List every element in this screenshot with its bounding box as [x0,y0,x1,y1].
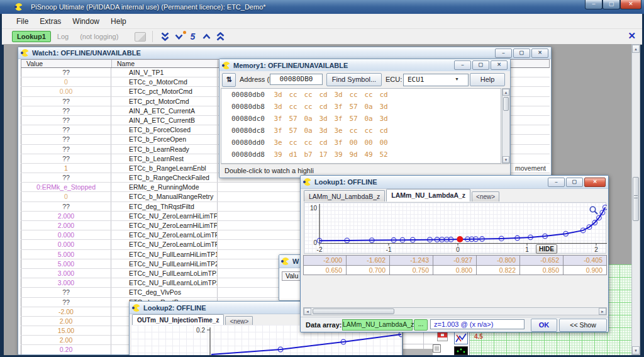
watch-value-cell[interactable]: 0.000 [21,230,111,239]
hex-byte[interactable]: 3f [331,113,346,125]
lookup-table-cell[interactable]: -2.000 [303,255,347,265]
hex-byte[interactable]: b7 [301,149,316,161]
hex-byte[interactable]: 3d [376,101,391,113]
lookup1-minimize-icon[interactable]: – [548,178,565,187]
watch-value-cell[interactable]: 3.000 [21,278,111,287]
watch-name-cell[interactable]: ERMc_e_RunningMode [111,183,218,191]
hex-byte[interactable]: cc [346,89,361,101]
hex-byte[interactable]: cd [316,101,331,113]
hex-byte[interactable]: 3d [316,125,331,137]
menu-window[interactable]: Window [67,15,105,28]
hide-button[interactable]: HIDE [536,244,557,254]
memory1-hex-dump[interactable]: 00080db03dcccccd3dcccccd00080db83dcccccd… [221,88,501,164]
watch-name-cell[interactable]: ETCc_o_MotorCmd [111,77,218,86]
hex-byte[interactable]: 9d [346,149,361,161]
hex-byte[interactable]: 49 [361,149,376,161]
watch-value-cell[interactable]: 0.000 [21,240,111,249]
watch-name-cell[interactable]: ETCc_NU_ZeroLearnLoLimTP1 [111,230,218,239]
hex-byte[interactable]: 57 [286,125,301,137]
hex-byte[interactable]: cc [346,125,361,137]
scroll-down-icon[interactable]: ▼ [632,346,640,354]
hex-byte[interactable]: cc [286,89,301,101]
lookup-table-cell[interactable]: 0.822 [477,265,520,275]
find-symbol-button[interactable]: Find Symbol... [326,73,382,86]
hex-byte[interactable]: 3f [270,113,286,125]
watch-value-cell[interactable]: 0.20 [21,345,111,354]
lookup-table-cell[interactable]: 0.700 [347,265,390,275]
watch-value-cell[interactable]: ?? [21,135,111,144]
watch-name-cell[interactable]: ETCc_NU_FullLearnLoLimTP1 [111,269,218,278]
hex-byte[interactable]: 39 [331,149,346,161]
watch-value-cell[interactable]: ?? [21,106,111,115]
lookup-table-cell[interactable]: -1.602 [347,255,390,265]
watch-name-cell[interactable]: AIN_V_TP1 [111,68,218,77]
help-button[interactable]: Help [470,73,505,86]
watch-name-cell[interactable]: ETC_b_LearnReady [111,145,218,154]
mdi-vscrollbar[interactable]: ▲ ▼ [631,44,640,355]
watch-value-cell[interactable]: ?? [21,154,111,163]
lookup-table-cell[interactable]: -0.405 [564,255,607,265]
memory1-maximize-icon[interactable]: ▢ [472,60,489,70]
hex-byte[interactable]: cc [286,101,301,113]
hex-row[interactable]: 00080dd03ecccccd3f000000 [221,137,501,149]
watch-value-cell[interactable]: 5.000 [21,259,111,268]
chevron-double-up-icon[interactable] [214,31,226,42]
hex-byte[interactable]: cc [361,125,376,137]
step-5-icon[interactable]: 5 [186,31,199,42]
hex-byte[interactable]: 3e [331,125,346,137]
hex-byte[interactable]: 3f [331,101,346,113]
hex-byte[interactable]: 3e [270,137,286,149]
watch-value-cell[interactable]: ?? [21,125,111,134]
clipboard-icon[interactable]: ⇅ [222,73,236,87]
watch-name-cell[interactable]: AIN_A_ETC_CurrentB [111,116,218,125]
magnifier-icon[interactable] [589,205,599,215]
watch-name-cell[interactable]: ETCc_pct_MotorCmd [111,87,218,96]
close-panel-icon[interactable]: ✕ [628,30,636,42]
watch-value-cell[interactable]: ?? [21,68,111,77]
watch-name-cell[interactable]: ETCc_NU_ZeroLearnLoLimTP2 [111,240,218,249]
data-array-field[interactable]: LAMm_NU_LambdaA_z [342,319,413,331]
hex-byte[interactable]: 3d [331,89,346,101]
watch-name-cell[interactable]: ETCc_NU_ZeroLearnHiLimTP1 [111,212,218,220]
watch-name-cell[interactable]: ETCc_b_ManualRangeRetry [111,192,218,201]
watch-value-cell[interactable]: 0:ERMk_e_Stopped [21,183,111,191]
watch-name-cell[interactable]: ETC_deg_VlvPos [111,288,218,297]
hex-byte[interactable]: 00 [376,137,391,149]
watch-value-cell[interactable]: 2.00 [21,336,111,344]
hex-row[interactable]: 00080dc03f570a3d3f570a3d [221,113,501,125]
hex-byte[interactable]: cd [316,137,331,149]
lookup1-close-icon[interactable]: ✕ [584,178,606,187]
tab-lambdaa[interactable]: LAMm_NU_LambdaA_z [386,189,470,201]
watch-name-cell[interactable]: ETCc_NU_FullLearnLoLimTP2 [111,278,218,287]
channel-color-icon[interactable] [437,332,448,341]
lookup-table-cell[interactable]: -0.927 [433,255,477,265]
memory1-scrollbar[interactable]: ▲ ▼ [502,88,510,164]
watch-name-cell[interactable]: ETCc_b_RangeLearnEnbl [111,164,218,173]
lookup1-breakpoint-table[interactable]: -2.000-1.602-1.243-0.927-0.800-0.652-0.4… [303,255,607,275]
lookup1-hscrollbar[interactable]: ◄ ► [303,307,607,315]
browse-button[interactable]: ... [414,319,428,331]
lookup-table-cell[interactable]: -1.243 [390,255,433,265]
watch-name-cell[interactable]: ETCc_NU_FullLearnHiLimTP2 [111,259,218,268]
column-header-value[interactable]: Value [21,60,112,67]
hex-byte[interactable]: 52 [376,149,391,161]
channel-checkbox[interactable] [433,344,441,353]
lookup-table-cell[interactable]: 0.750 [390,265,433,275]
column-header-name[interactable]: Name [112,60,218,67]
lookup1-titlebar[interactable]: Lookup1: OFFLINE – ▢ ✕ [301,176,608,189]
hex-byte[interactable]: cc [301,137,316,149]
hex-byte[interactable]: d1 [286,149,301,161]
hex-row[interactable]: 00080dc83f570a3d3ecccccd [221,125,501,137]
hex-byte[interactable]: cc [301,89,316,101]
watch-value-cell[interactable]: ?? [21,145,111,154]
minimize-button[interactable]: – [585,0,602,9]
scroll-thumb[interactable] [633,177,639,221]
watch-value-cell[interactable]: 2.000 [21,221,111,230]
watch1-maximize-icon[interactable]: ▢ [513,48,530,58]
watch-value-cell[interactable]: ?? [21,97,111,106]
lookup-table-cell[interactable]: 0.900 [564,265,607,275]
hex-byte[interactable]: 00 [361,137,376,149]
hex-byte[interactable]: 0a [361,101,376,113]
z-readout-field[interactable]: z=1.003 @ (x n/a>) [430,319,525,329]
memory1-minimize-icon[interactable]: – [454,60,471,70]
